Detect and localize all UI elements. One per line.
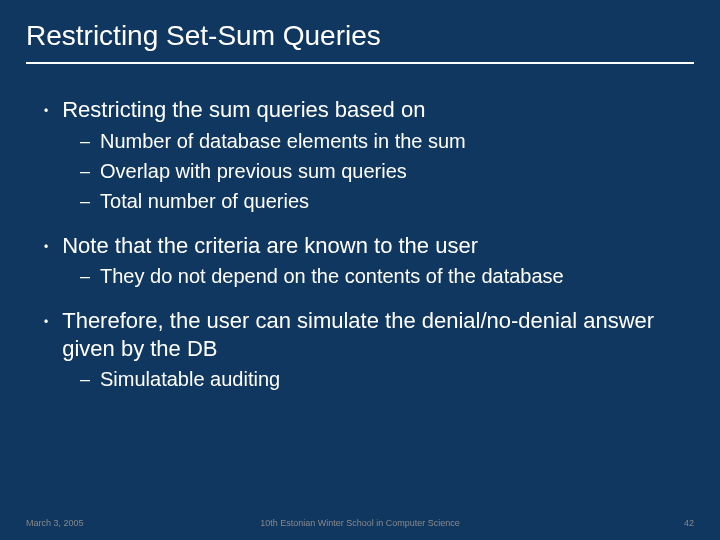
body-area: • Restricting the sum queries based on –… — [0, 72, 720, 392]
bullet-2-sub-1: – They do not depend on the contents of … — [80, 263, 690, 289]
bullet-1-sub-3: – Total number of queries — [80, 188, 690, 214]
footer-center: 10th Estonian Winter School in Computer … — [0, 518, 720, 528]
bullet-1: • Restricting the sum queries based on — [44, 96, 690, 124]
bullet-3-text: Therefore, the user can simulate the den… — [62, 307, 690, 362]
bullet-3-sub-1-text: Simulatable auditing — [100, 366, 280, 392]
bullet-1-sub-2: – Overlap with previous sum queries — [80, 158, 690, 184]
bullet-3: • Therefore, the user can simulate the d… — [44, 307, 690, 362]
bullet-dot-icon: • — [44, 240, 48, 255]
bullet-2-text: Note that the criteria are known to the … — [62, 232, 478, 260]
bullet-1-text: Restricting the sum queries based on — [62, 96, 425, 124]
bullet-dot-icon: • — [44, 315, 48, 330]
bullet-1-sub-1: – Number of database elements in the sum — [80, 128, 690, 154]
bullet-2-sub-1-text: They do not depend on the contents of th… — [100, 263, 564, 289]
bullet-dash-icon: – — [80, 130, 90, 153]
bullet-dot-icon: • — [44, 104, 48, 119]
bullet-1-sub-1-text: Number of database elements in the sum — [100, 128, 466, 154]
bullet-dash-icon: – — [80, 190, 90, 213]
bullet-dash-icon: – — [80, 160, 90, 183]
bullet-2: • Note that the criteria are known to th… — [44, 232, 690, 260]
slide: Restricting Set-Sum Queries • Restrictin… — [0, 0, 720, 540]
bullet-1-sub-3-text: Total number of queries — [100, 188, 309, 214]
footer-page-number: 42 — [684, 518, 694, 528]
title-area: Restricting Set-Sum Queries — [0, 0, 720, 72]
bullet-1-sub-2-text: Overlap with previous sum queries — [100, 158, 407, 184]
slide-title: Restricting Set-Sum Queries — [26, 20, 694, 52]
bullet-dash-icon: – — [80, 265, 90, 288]
title-underline — [26, 62, 694, 64]
bullet-dash-icon: – — [80, 368, 90, 391]
bullet-3-sub-1: – Simulatable auditing — [80, 366, 690, 392]
